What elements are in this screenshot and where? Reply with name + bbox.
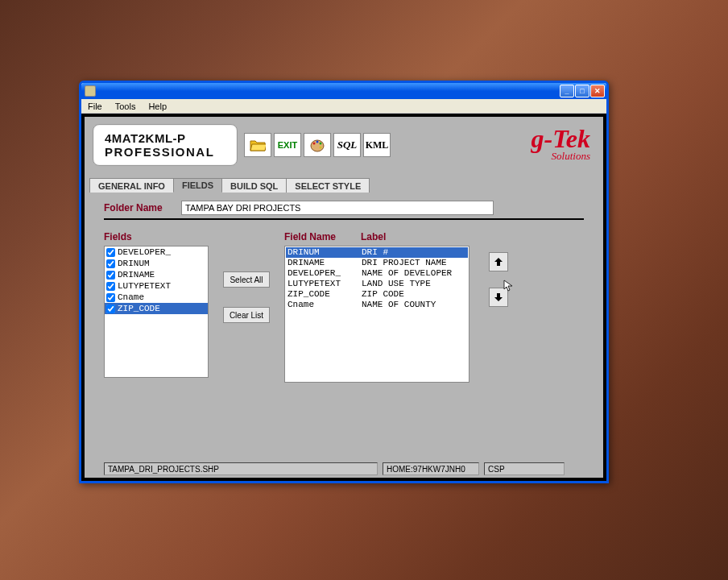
palette-button[interactable]: [304, 133, 331, 157]
app-window: _ □ ✕ File Tools Help 4MAT2KML-P PROFESS…: [79, 81, 609, 483]
folder-icon: [250, 139, 266, 151]
field-name-text: ZIP_CODE: [118, 304, 160, 313]
content-area: GENERAL INFO FIELDS BUILD SQL SELECT STY…: [85, 173, 603, 460]
svg-point-2: [316, 141, 319, 143]
clear-list-button[interactable]: Clear List: [223, 307, 270, 323]
field-name-text: DRINAME: [118, 270, 155, 280]
palette-icon: [309, 138, 325, 152]
statusbar: TAMPA_DRI_PROJECTS.SHP HOME:97HKW7JNH0 C…: [85, 460, 603, 478]
svg-point-1: [313, 143, 316, 145]
select-all-button[interactable]: Select All: [223, 271, 270, 288]
menu-file[interactable]: File: [85, 101, 105, 112]
field-item[interactable]: DRINAME: [105, 269, 208, 280]
folder-name-label: Folder Name: [104, 202, 181, 213]
logo-box: 4MAT2KML-P PROFESSIONAL: [93, 124, 238, 166]
tab-build-sql[interactable]: BUILD SQL: [221, 178, 287, 193]
field-item[interactable]: Cname: [105, 292, 208, 303]
field-checkbox[interactable]: [106, 271, 115, 280]
cell-label: NAME OF DEVELOPER: [362, 268, 452, 279]
cell-fieldname: DRINUM: [286, 247, 362, 258]
status-home: HOME:97HKW7JNH0: [383, 462, 479, 475]
table-row[interactable]: LUTYPETEXTLAND USE TYPE: [286, 279, 468, 289]
table-row[interactable]: DRINAMEDRI PROJECT NAME: [286, 258, 468, 268]
arrow-up-icon: [493, 256, 504, 267]
close-button[interactable]: ✕: [590, 85, 605, 97]
toolbar: EXIT SQL KML: [244, 133, 391, 157]
field-item[interactable]: LUTYPETEXT: [105, 280, 208, 292]
tab-general-info[interactable]: GENERAL INFO: [89, 178, 174, 193]
field-item[interactable]: DRINUM: [105, 258, 208, 269]
table-row[interactable]: DEVELOPER_NAME OF DEVELOPER: [286, 268, 468, 279]
move-down-button[interactable]: [489, 288, 508, 307]
logo-line1: 4MAT2KML-P: [105, 131, 225, 145]
field-label-table[interactable]: DRINUMDRI #DRINAMEDRI PROJECT NAMEDEVELO…: [284, 246, 469, 383]
app-icon: [85, 85, 96, 97]
cell-label: DRI #: [362, 247, 388, 258]
brand-main: g-Tek: [532, 127, 590, 151]
menu-tools[interactable]: Tools: [112, 101, 139, 112]
menu-help[interactable]: Help: [145, 101, 170, 112]
cell-fieldname: DEVELOPER_: [286, 268, 362, 279]
tabs: GENERAL INFO FIELDS BUILD SQL SELECT STY…: [85, 173, 603, 193]
column-header-fieldname: Field Name: [284, 231, 361, 242]
cell-label: LAND USE TYPE: [362, 279, 431, 289]
move-up-button[interactable]: [489, 252, 508, 271]
app-body: 4MAT2KML-P PROFESSIONAL EXIT SQL KML g-T…: [81, 114, 606, 481]
field-checkbox[interactable]: [106, 293, 115, 302]
field-name-text: LUTYPETEXT: [118, 281, 171, 291]
field-item[interactable]: ZIP_CODE: [105, 303, 208, 314]
status-format: CSP: [484, 462, 565, 475]
logo-line2: PROFESSIONAL: [105, 145, 225, 159]
field-checkbox[interactable]: [106, 304, 115, 313]
cell-fieldname: ZIP_CODE: [286, 289, 362, 300]
cell-label: ZIP CODE: [362, 289, 404, 300]
field-name-text: DRINUM: [118, 259, 150, 268]
cell-label: NAME OF COUNTY: [362, 300, 436, 310]
table-row[interactable]: DRINUMDRI #: [286, 247, 468, 258]
kml-button[interactable]: KML: [363, 133, 391, 157]
field-item[interactable]: DEVELOPER_: [105, 246, 208, 258]
tab-fields[interactable]: FIELDS: [173, 178, 222, 193]
column-header-label: Label: [361, 231, 386, 242]
cell-fieldname: DRINAME: [286, 258, 362, 268]
fields-header: Fields: [104, 231, 209, 242]
minimize-button[interactable]: _: [560, 85, 574, 97]
field-name-text: DEVELOPER_: [118, 247, 171, 257]
header-band: 4MAT2KML-P PROFESSIONAL EXIT SQL KML g-T…: [85, 117, 603, 173]
open-folder-button[interactable]: [244, 133, 271, 157]
svg-point-3: [320, 143, 322, 145]
separator: [104, 218, 584, 220]
field-checkbox[interactable]: [106, 259, 115, 268]
cell-fieldname: LUTYPETEXT: [286, 279, 362, 289]
maximize-button[interactable]: □: [575, 85, 589, 97]
table-row[interactable]: ZIP_CODEZIP CODE: [286, 289, 468, 300]
menubar: File Tools Help: [81, 99, 606, 114]
folder-name-input[interactable]: [181, 201, 494, 215]
titlebar[interactable]: _ □ ✕: [81, 83, 606, 99]
field-checkbox[interactable]: [106, 248, 115, 257]
table-row[interactable]: CnameNAME OF COUNTY: [286, 300, 468, 310]
tab-panel-fields: Folder Name Fields DEVELOPER_DRINUMDRINA…: [85, 193, 603, 391]
tab-select-style[interactable]: SELECT STYLE: [286, 178, 370, 193]
sql-button[interactable]: SQL: [333, 133, 361, 157]
brand: g-Tek Solutions: [532, 127, 595, 164]
cell-label: DRI PROJECT NAME: [362, 258, 447, 268]
field-name-text: Cname: [118, 292, 144, 302]
status-file: TAMPA_DRI_PROJECTS.SHP: [104, 462, 378, 475]
svg-point-4: [320, 147, 322, 149]
fields-list[interactable]: DEVELOPER_DRINUMDRINAMELUTYPETEXTCnameZI…: [104, 246, 209, 378]
arrow-down-icon: [493, 292, 504, 303]
exit-button[interactable]: EXIT: [274, 133, 301, 157]
field-checkbox[interactable]: [106, 282, 115, 291]
cell-fieldname: Cname: [286, 300, 362, 310]
